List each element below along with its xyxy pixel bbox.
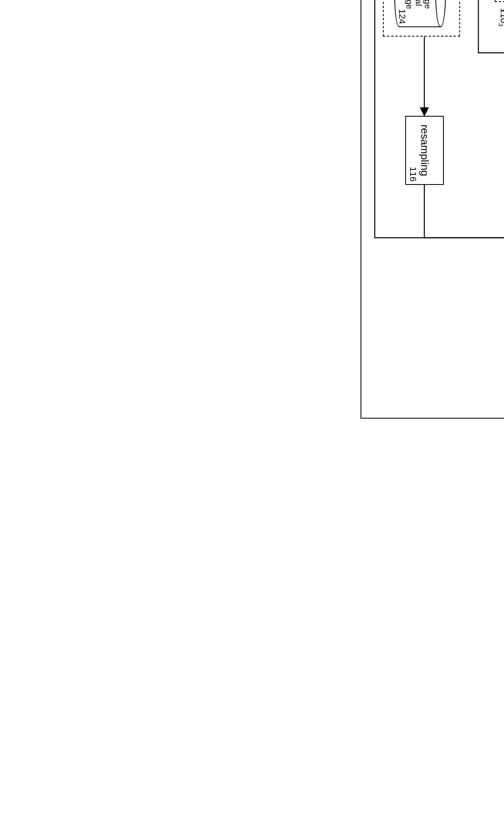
label-resampling-bottom: resampling (419, 124, 430, 176)
ref-change-signal-storage: 124 (397, 9, 407, 24)
callout-110-3: 1103 (497, 8, 504, 26)
box-resampling-bottom: resampling 116 (405, 116, 444, 185)
ref-resampling-bottom: 116 (408, 167, 418, 182)
label-change-signal-storage: change signal storage (405, 0, 432, 9)
cyl-change-signal-storage: change signal storage 124 (395, 0, 442, 26)
group-object-detectors (495, 0, 504, 2)
